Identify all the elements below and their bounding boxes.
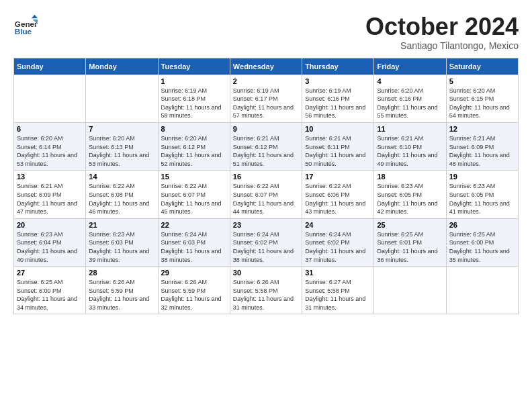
day-info: Sunrise: 6:25 AMSunset: 6:01 PMDaylight:…	[377, 230, 443, 264]
calendar-day-cell: 29Sunrise: 6:26 AMSunset: 5:59 PMDayligh…	[158, 267, 230, 314]
day-number: 8	[161, 125, 227, 133]
day-number: 18	[377, 173, 443, 181]
day-info: Sunrise: 6:19 AMSunset: 6:17 PMDaylight:…	[233, 87, 299, 120]
calendar-day-cell: 11Sunrise: 6:21 AMSunset: 6:10 PMDayligh…	[374, 122, 446, 170]
weekday-header-row: SundayMondayTuesdayWednesdayThursdayFrid…	[14, 58, 519, 75]
calendar-day-cell: 21Sunrise: 6:23 AMSunset: 6:03 PMDayligh…	[86, 218, 158, 266]
calendar-day-cell: 1Sunrise: 6:19 AMSunset: 6:18 PMDaylight…	[158, 75, 230, 122]
title-block: October 2024 Santiago Tilantongo, Mexico	[365, 13, 519, 51]
calendar-day-cell: 8Sunrise: 6:20 AMSunset: 6:12 PMDaylight…	[158, 122, 230, 170]
day-info: Sunrise: 6:25 AMSunset: 6:00 PMDaylight:…	[17, 278, 83, 312]
day-info: Sunrise: 6:26 AMSunset: 5:59 PMDaylight:…	[89, 278, 154, 312]
calendar-week-row: 6Sunrise: 6:20 AMSunset: 6:14 PMDaylight…	[14, 122, 519, 170]
day-number: 9	[233, 125, 299, 133]
calendar-week-row: 13Sunrise: 6:21 AMSunset: 6:09 PMDayligh…	[14, 171, 519, 218]
day-number: 30	[233, 269, 299, 277]
day-info: Sunrise: 6:23 AMSunset: 6:05 PMDaylight:…	[449, 182, 515, 216]
day-number: 28	[89, 269, 154, 277]
day-info: Sunrise: 6:22 AMSunset: 6:07 PMDaylight:…	[233, 182, 299, 216]
day-number: 5	[449, 77, 515, 85]
calendar-day-cell: 22Sunrise: 6:24 AMSunset: 6:03 PMDayligh…	[158, 218, 230, 266]
calendar-week-row: 1Sunrise: 6:19 AMSunset: 6:18 PMDaylight…	[14, 75, 519, 122]
calendar-day-cell: 6Sunrise: 6:20 AMSunset: 6:14 PMDaylight…	[14, 122, 86, 170]
day-number: 2	[233, 77, 299, 85]
calendar-day-cell: 31Sunrise: 6:27 AMSunset: 5:58 PMDayligh…	[302, 267, 374, 314]
day-info: Sunrise: 6:26 AMSunset: 5:58 PMDaylight:…	[233, 278, 299, 312]
calendar-day-cell	[14, 75, 86, 122]
calendar-day-cell: 5Sunrise: 6:20 AMSunset: 6:15 PMDaylight…	[446, 75, 518, 122]
day-info: Sunrise: 6:25 AMSunset: 6:00 PMDaylight:…	[449, 230, 515, 264]
calendar-day-cell: 10Sunrise: 6:21 AMSunset: 6:11 PMDayligh…	[302, 122, 374, 170]
calendar-table: SundayMondayTuesdayWednesdayThursdayFrid…	[13, 58, 519, 315]
calendar-day-cell: 14Sunrise: 6:22 AMSunset: 6:08 PMDayligh…	[86, 171, 158, 218]
calendar-week-row: 27Sunrise: 6:25 AMSunset: 6:00 PMDayligh…	[14, 267, 519, 314]
calendar-day-cell: 17Sunrise: 6:22 AMSunset: 6:06 PMDayligh…	[302, 171, 374, 218]
day-info: Sunrise: 6:21 AMSunset: 6:12 PMDaylight:…	[233, 134, 299, 168]
calendar-day-cell: 2Sunrise: 6:19 AMSunset: 6:17 PMDaylight…	[230, 75, 302, 122]
day-number: 21	[89, 221, 154, 229]
day-info: Sunrise: 6:24 AMSunset: 6:02 PMDaylight:…	[305, 230, 371, 264]
weekday-header: Friday	[374, 58, 446, 75]
calendar-day-cell: 13Sunrise: 6:21 AMSunset: 6:09 PMDayligh…	[14, 171, 86, 218]
day-number: 29	[161, 269, 227, 277]
day-info: Sunrise: 6:21 AMSunset: 6:11 PMDaylight:…	[305, 134, 371, 168]
day-info: Sunrise: 6:22 AMSunset: 6:08 PMDaylight:…	[89, 182, 154, 216]
day-number: 13	[17, 173, 83, 181]
weekday-header: Saturday	[446, 58, 518, 75]
day-number: 27	[17, 269, 83, 277]
day-info: Sunrise: 6:20 AMSunset: 6:14 PMDaylight:…	[17, 134, 83, 168]
day-info: Sunrise: 6:24 AMSunset: 6:02 PMDaylight:…	[233, 230, 299, 264]
calendar-day-cell: 28Sunrise: 6:26 AMSunset: 5:59 PMDayligh…	[86, 267, 158, 314]
calendar-day-cell: 26Sunrise: 6:25 AMSunset: 6:00 PMDayligh…	[446, 218, 518, 266]
calendar-day-cell: 27Sunrise: 6:25 AMSunset: 6:00 PMDayligh…	[14, 267, 86, 314]
weekday-header: Tuesday	[158, 58, 230, 75]
day-number: 6	[17, 125, 83, 133]
day-number: 31	[305, 269, 371, 277]
logo-icon: General Blue	[13, 13, 38, 38]
day-number: 23	[233, 221, 299, 229]
day-info: Sunrise: 6:21 AMSunset: 6:10 PMDaylight:…	[377, 134, 443, 168]
weekday-header: Thursday	[302, 58, 374, 75]
calendar-day-cell	[446, 267, 518, 314]
day-info: Sunrise: 6:22 AMSunset: 6:06 PMDaylight:…	[305, 182, 371, 216]
day-info: Sunrise: 6:20 AMSunset: 6:12 PMDaylight:…	[161, 134, 227, 168]
day-number: 4	[377, 77, 443, 85]
weekday-header: Wednesday	[230, 58, 302, 75]
day-number: 7	[89, 125, 154, 133]
day-number: 16	[233, 173, 299, 181]
calendar-day-cell: 16Sunrise: 6:22 AMSunset: 6:07 PMDayligh…	[230, 171, 302, 218]
weekday-header: Monday	[86, 58, 158, 75]
day-number: 24	[305, 221, 371, 229]
calendar-day-cell: 9Sunrise: 6:21 AMSunset: 6:12 PMDaylight…	[230, 122, 302, 170]
day-info: Sunrise: 6:19 AMSunset: 6:18 PMDaylight:…	[161, 87, 227, 120]
calendar-day-cell: 24Sunrise: 6:24 AMSunset: 6:02 PMDayligh…	[302, 218, 374, 266]
weekday-header: Sunday	[14, 58, 86, 75]
day-number: 25	[377, 221, 443, 229]
day-info: Sunrise: 6:21 AMSunset: 6:09 PMDaylight:…	[449, 134, 515, 168]
calendar-day-cell	[374, 267, 446, 314]
calendar-day-cell: 12Sunrise: 6:21 AMSunset: 6:09 PMDayligh…	[446, 122, 518, 170]
calendar-day-cell: 19Sunrise: 6:23 AMSunset: 6:05 PMDayligh…	[446, 171, 518, 218]
calendar-day-cell	[86, 75, 158, 122]
location-subtitle: Santiago Tilantongo, Mexico	[365, 40, 519, 51]
svg-text:Blue: Blue	[15, 27, 32, 36]
day-info: Sunrise: 6:19 AMSunset: 6:16 PMDaylight:…	[305, 87, 371, 120]
day-number: 19	[449, 173, 515, 181]
day-number: 22	[161, 221, 227, 229]
day-number: 17	[305, 173, 371, 181]
calendar-day-cell: 7Sunrise: 6:20 AMSunset: 6:13 PMDaylight…	[86, 122, 158, 170]
day-number: 26	[449, 221, 515, 229]
calendar-day-cell: 15Sunrise: 6:22 AMSunset: 6:07 PMDayligh…	[158, 171, 230, 218]
calendar-day-cell: 4Sunrise: 6:20 AMSunset: 6:16 PMDaylight…	[374, 75, 446, 122]
calendar-day-cell: 20Sunrise: 6:23 AMSunset: 6:04 PMDayligh…	[14, 218, 86, 266]
day-info: Sunrise: 6:20 AMSunset: 6:16 PMDaylight:…	[377, 87, 443, 120]
day-info: Sunrise: 6:23 AMSunset: 6:04 PMDaylight:…	[17, 230, 83, 264]
day-number: 3	[305, 77, 371, 85]
day-info: Sunrise: 6:20 AMSunset: 6:13 PMDaylight:…	[89, 134, 154, 168]
calendar-day-cell: 3Sunrise: 6:19 AMSunset: 6:16 PMDaylight…	[302, 75, 374, 122]
calendar-day-cell: 23Sunrise: 6:24 AMSunset: 6:02 PMDayligh…	[230, 218, 302, 266]
logo: General Blue	[13, 13, 38, 38]
day-number: 11	[377, 125, 443, 133]
day-info: Sunrise: 6:26 AMSunset: 5:59 PMDaylight:…	[161, 278, 227, 312]
calendar-day-cell: 25Sunrise: 6:25 AMSunset: 6:01 PMDayligh…	[374, 218, 446, 266]
